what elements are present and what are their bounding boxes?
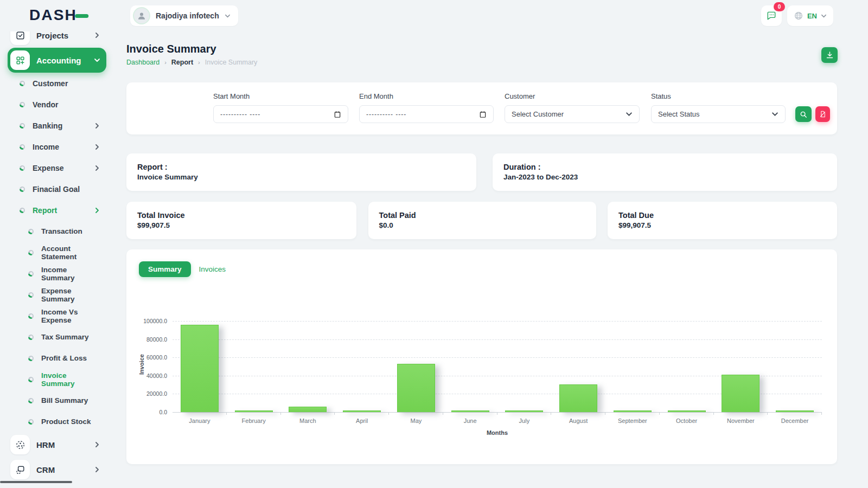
apply-filter-button[interactable] [795,106,812,122]
app-logo[interactable]: DASH [29,7,77,24]
breadcrumb-item-report[interactable]: Report [171,59,193,66]
sidebar-item-expense-summary[interactable]: Expense Summary [0,284,114,305]
bar-march[interactable] [289,407,327,412]
sidebar-item-finacial-goal[interactable]: Finacial Goal [0,178,114,200]
bullet-icon [20,144,25,150]
stat-card-total-due: Total Due$99,907.5 [608,202,837,239]
bar-december[interactable] [776,410,814,412]
stat-value: $99,907.5 [618,221,826,229]
stat-label: Total Paid [379,211,585,220]
report-value: Invoice Summary [137,173,465,181]
status-select[interactable]: Select Status [651,105,786,123]
chart-category-august: August [551,321,605,412]
sidebar-item-expense[interactable]: Expense [0,157,114,178]
sidebar-item-tax-summary[interactable]: Tax Summary [0,326,114,348]
chevron-right-icon [94,33,100,38]
sidebar-item-account-statement[interactable]: Account Statement [0,242,114,263]
end-month-input[interactable]: ---------- ---- [359,105,494,123]
sidebar-item-report[interactable]: Report [0,200,114,221]
bar-april[interactable] [343,410,381,412]
sidebar-horizontal-scrollbar[interactable] [0,481,72,483]
status-label: Status [651,92,786,100]
chevron-down-icon [821,13,827,19]
sidebar-item-banking[interactable]: Banking [0,115,114,136]
tab-invoices[interactable]: Invoices [199,265,226,273]
bar-june[interactable] [451,410,489,412]
sidebar-item-invoice-summary[interactable]: Invoice Summary [0,369,114,390]
x-tick-label: June [443,418,497,424]
sidebar-item-income[interactable]: Income [0,136,114,157]
sidebar-item-profit-loss[interactable]: Profit & Loss [0,348,114,369]
report-label: Report : [137,163,465,171]
sidebar-item-income-summary[interactable]: Income Summary [0,263,114,284]
sidebar: ProjectsAccountingCustomerVendorBankingI… [0,23,114,482]
chart-tabs: SummaryInvoices [139,261,226,277]
sidebar-item-hrm[interactable]: HRM [8,432,106,457]
bullet-icon [28,271,34,277]
bar-july[interactable] [505,410,543,412]
person-icon [137,11,146,21]
bullet-icon [28,377,34,382]
stat-card-total-invoice: Total Invoice$99,907.5 [126,202,356,239]
sidebar-item-income-vs-expense[interactable]: Income Vs Expense [0,305,114,326]
sidebar-item-label: Customer [33,79,100,88]
sidebar-item-product-stock[interactable]: Product Stock [0,411,114,432]
chat-icon [766,10,777,21]
sidebar-item-bill-summary[interactable]: Bill Summary [0,390,114,411]
sidebar-item-vendor[interactable]: Vendor [0,94,114,115]
status-select-value: Select Status [658,110,700,118]
start-month-input[interactable]: ---------- ---- [213,105,348,123]
y-tick-label: 60000.0 [126,354,167,361]
clear-file-icon [819,111,826,118]
customer-select[interactable]: Select Customer [505,105,640,123]
stats-row: Total Invoice$99,907.5Total Paid$0.0Tota… [126,202,837,239]
sidebar-item-crm[interactable]: CRM [8,457,106,482]
sidebar-item-transaction[interactable]: Transaction [0,221,114,242]
breadcrumb-separator: › [164,59,167,66]
bar-january[interactable] [181,325,219,412]
tab-summary[interactable]: Summary [139,261,191,277]
language-selector[interactable]: EN [787,5,833,26]
bar-may[interactable] [397,364,435,412]
chart-category-june: June [443,321,497,412]
end-month-label: End Month [359,92,494,100]
chart-category-july: July [497,321,552,412]
end-month-placeholder: ---------- ---- [366,111,406,118]
duration-value: Jan-2023 to Dec-2023 [503,173,826,181]
chevron-right-icon [94,123,100,129]
chart-category-april: April [335,321,389,412]
bar-november[interactable] [722,375,760,412]
stat-card-total-paid: Total Paid$0.0 [368,202,596,239]
chevron-down-icon [626,111,633,118]
x-tick-label: September [605,418,660,424]
bar-october[interactable] [668,410,706,412]
bar-august[interactable] [559,384,597,412]
reset-filter-button[interactable] [815,106,830,122]
download-button[interactable] [821,47,838,63]
bullet-icon [20,165,25,171]
x-tick-label: August [551,418,605,424]
language-code: EN [807,12,817,20]
breadcrumb-item-invoice-summary: Invoice Summary [205,59,258,66]
sidebar-item-label: Bill Summary [41,396,100,404]
messages-button[interactable]: 0 [761,5,782,26]
sidebar-item-accounting[interactable]: Accounting [8,48,106,73]
chart-category-march: March [281,321,335,412]
bar-september[interactable] [614,410,652,412]
grid-plus-icon [10,50,30,70]
bullet-icon [28,313,34,319]
breadcrumb-item-dashboard[interactable]: Dashboard [126,59,159,66]
company-switcher[interactable]: Rajodiya infotech [130,5,238,26]
bar-february[interactable] [235,410,273,412]
x-tick-label: July [497,418,552,424]
globe-icon [794,11,803,21]
sidebar-item-label: Finacial Goal [33,185,100,194]
y-tick-label: 20000.0 [126,390,167,397]
sidebar-item-label: Product Stock [41,418,100,426]
sidebar-item-label: Transaction [41,227,100,235]
x-tick-label: May [389,418,443,424]
chevron-right-icon [94,144,100,150]
breadcrumb: Dashboard›Report›Invoice Summary [126,59,257,66]
duration-info-card: Duration : Jan-2023 to Dec-2023 [493,153,837,191]
sidebar-item-customer[interactable]: Customer [0,73,114,94]
